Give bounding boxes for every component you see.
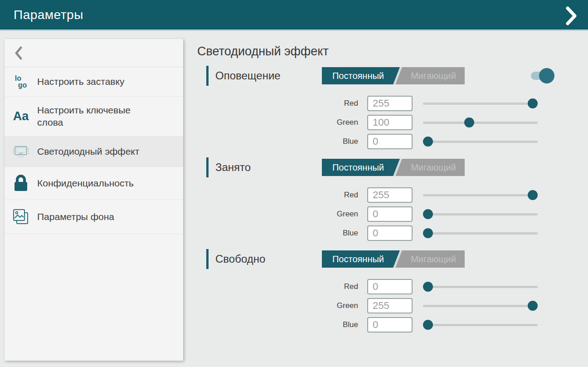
main-content: Светодиодный эффект Оповещение Постоянны… (197, 44, 588, 341)
sidebar-item-screensaver[interactable]: lo go Настроить заставку (5, 67, 183, 97)
blue-input[interactable] (367, 225, 413, 241)
mode-blinking-button[interactable]: Мигающий (402, 159, 465, 176)
red-slider[interactable] (423, 281, 538, 292)
green-label: Green (322, 210, 358, 219)
logo-icon-line2: go (18, 82, 27, 88)
blue-label: Blue (322, 229, 358, 238)
app-title: Параметры (14, 8, 83, 22)
section-accent-bar (206, 66, 209, 86)
mode-segmented-control: Постоянный Мигающий (322, 67, 465, 84)
blue-slider[interactable] (423, 228, 538, 239)
slider-track[interactable] (423, 286, 538, 288)
section-title: Оповещение (215, 69, 281, 82)
slider-thumb[interactable] (528, 98, 538, 108)
slider-thumb[interactable] (423, 209, 433, 219)
section-title: Занято (215, 161, 251, 174)
red-input[interactable] (367, 187, 413, 203)
keywords-icon: Aa (5, 109, 37, 123)
sidebar-item-keywords[interactable]: Aa Настроить ключевые слова (5, 97, 183, 137)
sidebar-item-background[interactable]: Параметры фона (5, 200, 183, 234)
mode-solid-button[interactable]: Постоянный (322, 250, 394, 268)
section-busy: Занято Постоянный Мигающий Red Green (197, 157, 588, 241)
page-title: Светодиодный эффект (197, 44, 588, 59)
slider-thumb[interactable] (423, 282, 433, 292)
slider-track[interactable] (423, 141, 538, 143)
mode-blinking-button[interactable]: Мигающий (402, 250, 465, 268)
sidebar-item-led-effect[interactable]: Светодиодный эффект (5, 137, 183, 167)
notification-toggle[interactable] (531, 68, 555, 83)
sidebar-item-label: Конфиденциальность (37, 177, 134, 189)
blue-label: Blue (322, 320, 358, 329)
red-label: Red (322, 99, 358, 108)
green-input[interactable] (367, 298, 413, 313)
logo-icon-line1: lo (15, 75, 27, 82)
led-screen-icon (5, 144, 37, 159)
green-input[interactable] (367, 206, 413, 222)
mode-solid-button[interactable]: Постоянный (322, 67, 394, 84)
sidebar: lo go Настроить заставку Aa Настроить кл… (5, 39, 183, 361)
mode-segmented-control: Постоянный Мигающий (322, 250, 465, 268)
mode-segmented-control: Постоянный Мигающий (322, 159, 465, 176)
blue-label: Blue (322, 137, 358, 146)
blue-slider[interactable] (423, 319, 538, 330)
green-label: Green (322, 118, 358, 127)
red-slider[interactable] (423, 98, 538, 109)
section-notification: Оповещение Постоянный Мигающий Red Green (197, 66, 588, 149)
slider-track[interactable] (423, 103, 538, 105)
mode-blinking-button[interactable]: Мигающий (402, 67, 465, 84)
slider-thumb[interactable] (423, 228, 433, 238)
sidebar-item-privacy[interactable]: Конфиденциальность (5, 167, 183, 200)
slider-track[interactable] (423, 194, 538, 196)
blue-slider[interactable] (423, 136, 538, 147)
slider-thumb[interactable] (528, 301, 538, 311)
sidebar-item-label: Параметры фона (37, 211, 114, 223)
section-accent-bar (206, 249, 209, 269)
section-accent-bar (206, 157, 209, 177)
green-input[interactable] (367, 115, 413, 130)
sidebar-back-button[interactable] (5, 39, 183, 67)
mode-solid-button[interactable]: Постоянный (322, 159, 394, 176)
slider-track[interactable] (423, 213, 538, 215)
green-slider[interactable] (423, 300, 538, 311)
slider-thumb[interactable] (464, 117, 474, 127)
blue-input[interactable] (367, 134, 413, 149)
slider-track[interactable] (423, 232, 538, 235)
slider-thumb[interactable] (423, 137, 433, 147)
slider-thumb[interactable] (528, 190, 538, 200)
slider-track[interactable] (423, 122, 538, 124)
lock-icon (5, 175, 37, 192)
red-input[interactable] (367, 279, 413, 294)
red-slider[interactable] (423, 190, 538, 201)
sidebar-item-label: Светодиодный эффект (37, 146, 139, 157)
slider-track[interactable] (423, 305, 538, 307)
red-label: Red (322, 282, 358, 291)
app-header: Параметры (0, 0, 588, 31)
slider-track[interactable] (423, 324, 538, 326)
slider-thumb[interactable] (423, 320, 433, 330)
section-title: Свободно (215, 253, 265, 265)
blue-input[interactable] (367, 317, 413, 333)
section-free: Свободно Постоянный Мигающий Red Green (197, 249, 588, 333)
sidebar-item-label: Настроить ключевые слова (37, 104, 151, 128)
red-input[interactable] (367, 96, 413, 111)
green-slider[interactable] (423, 117, 538, 128)
chevron-left-icon (15, 46, 22, 60)
sidebar-item-label: Настроить заставку (37, 76, 124, 88)
chevron-right-icon[interactable] (565, 6, 578, 25)
logo-icon: lo go (5, 75, 37, 88)
background-image-icon (5, 208, 37, 226)
red-label: Red (322, 191, 358, 200)
green-label: Green (322, 301, 358, 310)
green-slider[interactable] (423, 209, 538, 220)
toggle-knob (539, 68, 554, 83)
